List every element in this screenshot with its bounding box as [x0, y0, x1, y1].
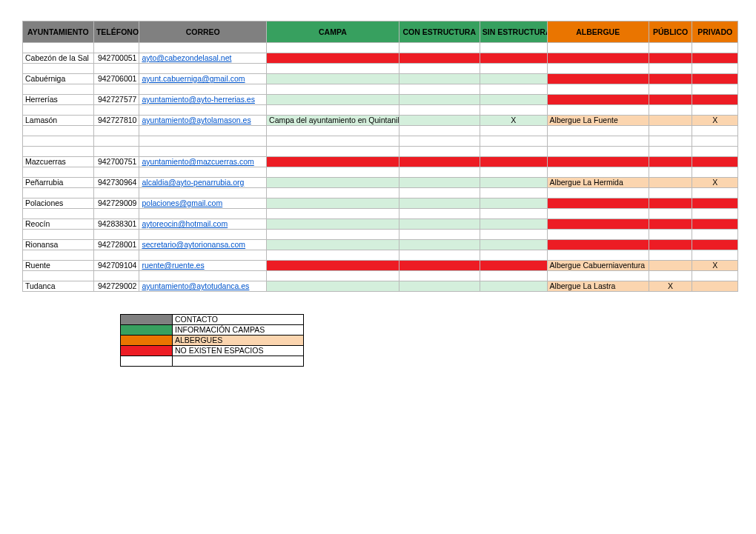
- header-albergue: ALBERGUE: [547, 21, 649, 43]
- table-row: [23, 188, 738, 198]
- email-link[interactable]: ayto@cabezondelasal.net: [142, 53, 231, 62]
- empty-cell: [23, 126, 94, 136]
- empty-cell: [547, 167, 649, 178]
- empty-cell: [480, 167, 547, 178]
- cell-correo: ayuntamiento@ayto-herrerias.es: [139, 95, 267, 105]
- empty-cell: [139, 230, 267, 240]
- empty-cell: [547, 84, 649, 95]
- table-row: [23, 230, 738, 240]
- email-link[interactable]: ayunt.cabuerniga@gmail.com: [142, 74, 245, 83]
- cell-sin-estructura: [480, 240, 547, 250]
- empty-cell: [480, 147, 547, 157]
- empty-cell: [139, 209, 267, 219]
- empty-cell: [267, 126, 399, 136]
- empty-cell: [547, 209, 649, 219]
- empty-cell: [23, 209, 94, 219]
- empty-cell: [692, 105, 738, 116]
- email-link[interactable]: ayuntamiento@mazcuerras.com: [142, 157, 253, 166]
- empty-cell: [399, 209, 480, 219]
- empty-cell: [692, 167, 738, 178]
- empty-cell: [547, 126, 649, 136]
- email-link[interactable]: ayuntamiento@aytolamason.es: [142, 116, 251, 124]
- empty-cell: [399, 43, 480, 53]
- empty-cell: [649, 64, 692, 74]
- empty-cell: [649, 250, 692, 261]
- empty-cell: [93, 209, 139, 219]
- cell-con-estructura: [399, 116, 480, 126]
- cell-telefono: 942700751: [93, 157, 139, 167]
- empty-cell: [139, 126, 267, 136]
- email-link[interactable]: ayuntamiento@ayto-herrerias.es: [142, 95, 254, 104]
- cell-con-estructura: [399, 261, 480, 271]
- cell-correo: ruente@ruente.es: [139, 261, 267, 271]
- empty-cell: [267, 105, 399, 116]
- table-row: Rionansa942728001secretario@aytorionansa…: [23, 240, 738, 250]
- empty-cell: [649, 271, 692, 281]
- cell-ayuntamiento: Peñarrubia: [23, 178, 94, 188]
- email-link[interactable]: secretario@aytorionansa.com: [142, 240, 245, 249]
- empty-cell: [399, 167, 480, 178]
- email-link[interactable]: ayuntamiento@aytotudanca.es: [142, 281, 249, 290]
- empty-cell: [267, 167, 399, 178]
- cell-telefono: 942728001: [93, 240, 139, 250]
- cell-campa: [267, 219, 399, 230]
- empty-cell: [267, 147, 399, 157]
- empty-cell: [93, 126, 139, 136]
- empty-cell: [480, 188, 547, 198]
- legend-swatch-empty: [121, 356, 173, 367]
- cell-publico: [649, 240, 692, 250]
- table-row: [23, 64, 738, 74]
- table-row: [23, 147, 738, 157]
- cell-privado: [692, 240, 738, 250]
- cell-ayuntamiento: Mazcuerras: [23, 157, 94, 167]
- cell-publico: [649, 178, 692, 188]
- cell-publico: [649, 261, 692, 271]
- empty-cell: [692, 84, 738, 95]
- cell-campa: [267, 95, 399, 105]
- cell-telefono: 942729002: [93, 281, 139, 292]
- empty-cell: [93, 105, 139, 116]
- cell-telefono: 942700051: [93, 53, 139, 64]
- cell-campa: [267, 261, 399, 271]
- empty-cell: [93, 167, 139, 178]
- cell-telefono: 942727577: [93, 95, 139, 105]
- table-row: Tudanca942729002ayuntamiento@aytotudanca…: [23, 281, 738, 292]
- cell-sin-estructura: [480, 53, 547, 64]
- legend-label-informacion: INFORMACIÓN CAMPAS: [173, 325, 304, 336]
- cell-sin-estructura: [480, 281, 547, 292]
- legend-swatch-no-existen: [121, 346, 173, 356]
- cell-privado: [692, 74, 738, 84]
- empty-cell: [23, 188, 94, 198]
- email-link[interactable]: polaciones@gmail.com: [142, 198, 222, 207]
- email-link[interactable]: aytoreocin@hotmail.com: [142, 219, 228, 228]
- empty-cell: [139, 271, 267, 281]
- table-row: Ruente942709104ruente@ruente.esAlbergue …: [23, 261, 738, 271]
- empty-cell: [23, 147, 94, 157]
- cell-privado: [692, 53, 738, 64]
- cell-publico: X: [649, 281, 692, 292]
- table-row: Herrerías942727577ayuntamiento@ayto-herr…: [23, 95, 738, 105]
- empty-cell: [692, 126, 738, 136]
- cell-con-estructura: [399, 95, 480, 105]
- empty-cell: [93, 188, 139, 198]
- empty-cell: [480, 209, 547, 219]
- empty-cell: [399, 230, 480, 240]
- cell-publico: [649, 157, 692, 167]
- cell-privado: [692, 281, 738, 292]
- cell-ayuntamiento: Cabuérniga: [23, 74, 94, 84]
- table-header: AYUNTAMIENTO TELÉFONO CORREO CAMPA CON E…: [23, 21, 738, 43]
- cell-albergue: [547, 240, 649, 250]
- email-link[interactable]: alcaldia@ayto-penarrubia.org: [142, 178, 244, 187]
- legend-swatch-albergues: [121, 336, 173, 346]
- cell-campa: [267, 281, 399, 292]
- cell-campa: [267, 74, 399, 84]
- empty-cell: [139, 84, 267, 95]
- cell-privado: [692, 219, 738, 230]
- table-row: [23, 271, 738, 281]
- cell-correo: ayuntamiento@aytotudanca.es: [139, 281, 267, 292]
- email-link[interactable]: ruente@ruente.es: [142, 261, 204, 270]
- empty-cell: [399, 64, 480, 74]
- cell-publico: [649, 116, 692, 126]
- empty-cell: [480, 43, 547, 53]
- legend-swatch-contacto: [121, 315, 173, 325]
